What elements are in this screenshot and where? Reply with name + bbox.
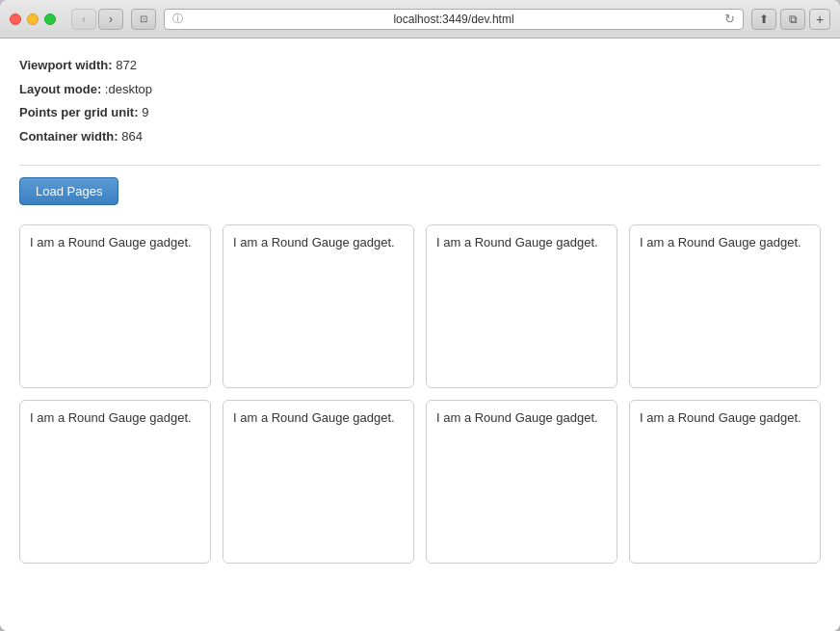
container-label: Container width: bbox=[19, 129, 118, 144]
gadget-card: I am a Round Gauge gadget. bbox=[426, 400, 617, 564]
points-line: Points per grid unit: 9 bbox=[19, 101, 821, 125]
title-bar: ‹ › ⊡ ⓘ localhost:3449/dev.html ↻ ⬆ ⧉ + bbox=[0, 0, 840, 39]
gadget-card: I am a Round Gauge gadget. bbox=[19, 224, 211, 388]
close-button[interactable] bbox=[10, 13, 21, 25]
info-section: Viewport width: 872 Layout mode: :deskto… bbox=[19, 54, 821, 149]
refresh-button[interactable]: ↻ bbox=[724, 12, 735, 26]
forward-button[interactable]: › bbox=[98, 9, 123, 30]
toolbar-right: ⬆ ⧉ + bbox=[751, 9, 830, 30]
gadget-card: I am a Round Gauge gadget. bbox=[629, 224, 821, 388]
viewport-line: Viewport width: 872 bbox=[19, 54, 821, 78]
layout-label: Layout mode: bbox=[19, 82, 101, 96]
page-content: Viewport width: 872 Layout mode: :deskto… bbox=[0, 39, 840, 631]
gadget-text: I am a Round Gauge gadget. bbox=[233, 410, 395, 425]
info-icon: ⓘ bbox=[172, 12, 183, 26]
gadget-card: I am a Round Gauge gadget. bbox=[223, 400, 414, 564]
points-label: Points per grid unit: bbox=[19, 105, 139, 119]
reader-view-button[interactable]: ⊡ bbox=[131, 9, 156, 30]
reader-icon: ⊡ bbox=[140, 13, 147, 24]
nav-buttons: ‹ › bbox=[71, 9, 123, 30]
viewport-value-text: 872 bbox=[116, 58, 137, 72]
duplicate-icon: ⧉ bbox=[789, 13, 798, 26]
traffic-lights bbox=[10, 13, 56, 25]
viewport-label: Viewport width: bbox=[19, 58, 113, 72]
gadget-text: I am a Round Gauge gadget. bbox=[436, 410, 598, 425]
gadgets-grid: I am a Round Gauge gadget.I am a Round G… bbox=[19, 224, 821, 564]
load-pages-button[interactable]: Load Pages bbox=[19, 177, 118, 205]
url-text: localhost:3449/dev.html bbox=[187, 13, 721, 26]
browser-window: ‹ › ⊡ ⓘ localhost:3449/dev.html ↻ ⬆ ⧉ + bbox=[0, 0, 840, 631]
gadget-card: I am a Round Gauge gadget. bbox=[426, 224, 617, 388]
share-icon: ⬆ bbox=[759, 13, 769, 26]
gadget-card: I am a Round Gauge gadget. bbox=[629, 400, 821, 564]
minimize-button[interactable] bbox=[27, 13, 39, 25]
maximize-button[interactable] bbox=[44, 13, 56, 25]
new-tab-button[interactable]: + bbox=[809, 9, 830, 30]
layout-line: Layout mode: :desktop bbox=[19, 78, 821, 102]
gadget-card: I am a Round Gauge gadget. bbox=[223, 224, 414, 388]
duplicate-button[interactable]: ⧉ bbox=[780, 9, 805, 30]
url-bar[interactable]: ⓘ localhost:3449/dev.html ↻ bbox=[164, 9, 744, 30]
back-button[interactable]: ‹ bbox=[71, 9, 96, 30]
gadget-text: I am a Round Gauge gadget. bbox=[233, 235, 395, 250]
divider bbox=[19, 165, 821, 166]
gadget-text: I am a Round Gauge gadget. bbox=[436, 235, 598, 250]
new-tab-icon: + bbox=[816, 12, 824, 27]
points-value-text: 9 bbox=[142, 105, 148, 119]
gadget-text: I am a Round Gauge gadget. bbox=[30, 410, 192, 425]
container-value-text: 864 bbox=[121, 129, 143, 144]
share-button[interactable]: ⬆ bbox=[751, 9, 776, 30]
forward-icon: › bbox=[109, 13, 113, 26]
gadget-text: I am a Round Gauge gadget. bbox=[30, 235, 192, 250]
container-line: Container width: 864 bbox=[19, 125, 821, 149]
gadget-card: I am a Round Gauge gadget. bbox=[19, 400, 211, 564]
layout-value-text: :desktop bbox=[105, 82, 152, 96]
gadget-text: I am a Round Gauge gadget. bbox=[640, 410, 801, 425]
gadget-text: I am a Round Gauge gadget. bbox=[640, 235, 801, 250]
back-icon: ‹ bbox=[82, 13, 86, 26]
